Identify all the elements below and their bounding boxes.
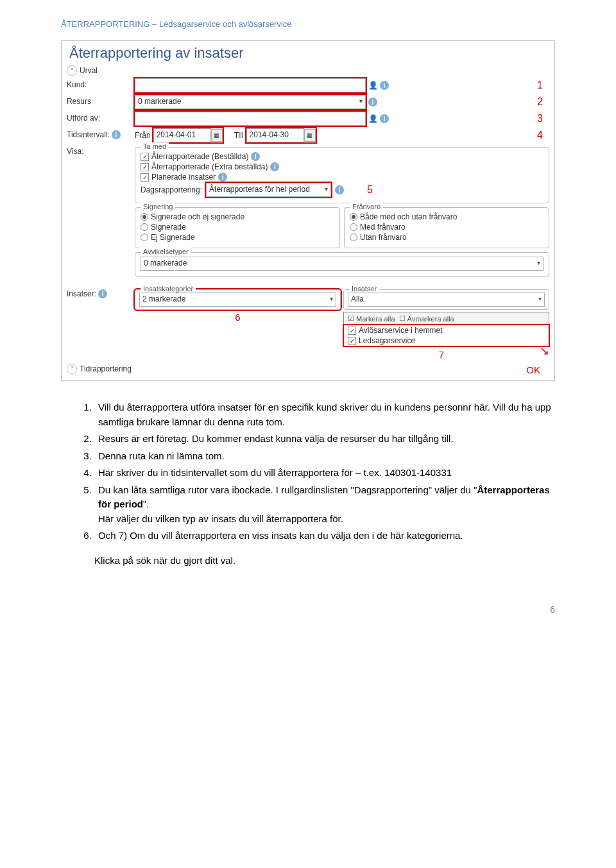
callout-3: 3 bbox=[537, 113, 549, 124]
info-icon[interactable]: i bbox=[112, 130, 121, 139]
sig-r3: Ej Signerade bbox=[151, 233, 195, 242]
radio[interactable] bbox=[141, 223, 148, 231]
avvikelse-fieldset: Avvikelsetyper 0 markerade bbox=[135, 252, 549, 277]
radio[interactable] bbox=[350, 234, 357, 241]
ok-label: OK bbox=[526, 364, 549, 375]
franvaro-fieldset: Frånvaro Både med och utan frånvaro Med … bbox=[344, 207, 549, 248]
arrow-icon: ↘ bbox=[540, 344, 549, 358]
tamed-opt2: Återrapporterade (Extra beställda) bbox=[151, 162, 268, 171]
markera-alla-button[interactable]: ☑Markera alla bbox=[348, 314, 395, 323]
person-icon[interactable]: 👤 bbox=[368, 114, 377, 123]
instruction-3: Denna ruta kan ni lämna tom. bbox=[94, 449, 555, 464]
instruction-list: Vill du återrapportera utföra insatser f… bbox=[61, 400, 555, 543]
insats-item-1[interactable]: Avlösarservice i hemmet bbox=[359, 326, 443, 335]
insatser-label: Insatser: bbox=[67, 289, 96, 298]
calendar-icon[interactable]: ▦ bbox=[304, 129, 316, 142]
radio[interactable] bbox=[141, 213, 148, 221]
callout-5: 5 bbox=[367, 184, 379, 196]
fra-r1: Både med och utan frånvaro bbox=[360, 212, 457, 221]
callout-2: 2 bbox=[537, 96, 549, 108]
kund-label: Kund: bbox=[67, 78, 130, 89]
fra-r2: Med frånvaro bbox=[360, 223, 406, 232]
checkall-icon: ☑ bbox=[348, 314, 354, 323]
radio[interactable] bbox=[350, 223, 357, 231]
signering-fieldset: Signering Signerade och ej signerade Sig… bbox=[135, 207, 340, 248]
calendar-icon[interactable]: ▦ bbox=[211, 129, 223, 142]
app-window: Återrapportering av insatser ˄ Urval Kun… bbox=[61, 40, 555, 381]
info-icon[interactable]: i bbox=[218, 173, 227, 182]
avvikelse-legend: Avvikelsetyper bbox=[141, 248, 191, 255]
instruction-5: Du kan låta samtliga rutor vara ibockade… bbox=[94, 483, 555, 527]
info-icon[interactable]: i bbox=[270, 162, 279, 171]
avmarkera-alla-button[interactable]: ☐Avmarkera alla bbox=[399, 314, 454, 323]
insats-item-2[interactable]: Ledsagarservice bbox=[359, 336, 415, 345]
checkbox[interactable]: ✓ bbox=[141, 173, 149, 182]
tamed-fieldset: Ta med ✓Återrapporterade (Beställda)i ✓Å… bbox=[135, 147, 549, 203]
tamed-legend: Ta med bbox=[141, 142, 169, 150]
dags-dropdown[interactable]: Återrapporteras för hel period bbox=[206, 183, 331, 197]
tamed-opt3: Planerade insatser bbox=[151, 173, 216, 182]
kund-input[interactable] bbox=[135, 78, 366, 92]
tidsintervall-label: Tidsintervall: bbox=[67, 130, 110, 139]
insatser-legend: Insatser bbox=[349, 285, 379, 293]
till-label: Till bbox=[234, 131, 244, 140]
instruction-6: Och 7) Om du vill återrapportera en viss… bbox=[94, 529, 555, 543]
info-icon[interactable]: i bbox=[251, 152, 260, 161]
insatser-fieldset: Insatser Alla bbox=[343, 289, 549, 310]
radio[interactable] bbox=[141, 234, 148, 241]
closing-text: Klicka på sök när du gjort ditt val. bbox=[61, 555, 555, 566]
info-icon[interactable]: i bbox=[335, 185, 344, 194]
resurs-dropdown[interactable]: 0 markerade bbox=[135, 95, 366, 109]
info-icon[interactable]: i bbox=[98, 289, 107, 298]
signering-legend: Signering bbox=[141, 203, 175, 210]
callout-7: 7 bbox=[343, 349, 540, 360]
till-date-input[interactable]: 2014-04-30 bbox=[246, 128, 304, 142]
utford-input[interactable] bbox=[135, 112, 366, 126]
checkbox[interactable]: ✓ bbox=[348, 337, 356, 345]
checkbox[interactable]: ✓ bbox=[141, 153, 149, 161]
person-icon[interactable]: 👤 bbox=[368, 81, 377, 90]
fran-date-input[interactable]: 2014-04-01 bbox=[153, 128, 211, 142]
instruction-2: Resurs är ert företag. Du kommer endast … bbox=[94, 432, 555, 447]
instruction-4: Här skriver du in tidsintervallet som du… bbox=[94, 466, 555, 481]
chevron-down-icon: ˅ bbox=[67, 364, 77, 374]
callout-6: 6 bbox=[135, 312, 341, 323]
sig-r2: Signerade bbox=[151, 223, 186, 232]
info-icon[interactable]: i bbox=[380, 114, 389, 123]
callout-4: 4 bbox=[537, 130, 549, 141]
page-number: 6 bbox=[61, 604, 555, 615]
fra-r3: Utan frånvaro bbox=[360, 233, 407, 242]
tamed-opt1: Återrapporterade (Beställda) bbox=[151, 152, 248, 161]
insatser-popup: ☑Markera alla ☐Avmarkera alla ✓Avlösarse… bbox=[343, 312, 549, 346]
fran-label: Från bbox=[135, 131, 151, 140]
radio[interactable] bbox=[350, 213, 357, 221]
insatser-dropdown[interactable]: Alla bbox=[348, 293, 545, 307]
instruction-1: Vill du återrapportera utföra insatser f… bbox=[94, 400, 555, 429]
checkbox[interactable]: ✓ bbox=[348, 327, 356, 335]
insatskategorier-dropdown[interactable]: 2 markerade bbox=[139, 293, 336, 307]
tidrapportering-section-header[interactable]: ˅ Tidrapportering bbox=[67, 362, 132, 375]
tidrapportering-label: Tidrapportering bbox=[80, 364, 132, 373]
resurs-label: Resurs bbox=[67, 95, 130, 106]
urval-section-header[interactable]: ˄ Urval bbox=[62, 64, 554, 77]
franvaro-legend: Frånvaro bbox=[350, 203, 383, 210]
insatskategorier-fieldset: Insatskategorier 2 markerade bbox=[135, 289, 341, 310]
callout-1: 1 bbox=[537, 80, 549, 91]
insatskategorier-legend: Insatskategorier bbox=[141, 285, 196, 293]
sig-r1: Signerade och ej signerade bbox=[151, 212, 244, 221]
urval-label: Urval bbox=[80, 66, 98, 75]
avvikelse-dropdown[interactable]: 0 markerade bbox=[141, 257, 543, 271]
visa-label: Visa: bbox=[67, 145, 130, 156]
chevron-up-icon: ˄ bbox=[67, 65, 77, 76]
uncheckall-icon: ☐ bbox=[399, 314, 406, 323]
checkbox[interactable]: ✓ bbox=[141, 163, 149, 171]
dags-label: Dagsrapportering: bbox=[141, 185, 202, 194]
utford-label: Utförd av: bbox=[67, 112, 130, 123]
app-title: Återrapportering av insatser bbox=[62, 41, 554, 64]
page-header: ÅTERRAPPORTERING – Ledsagarservice och a… bbox=[61, 19, 555, 29]
info-icon[interactable]: i bbox=[368, 98, 377, 106]
info-icon[interactable]: i bbox=[380, 81, 389, 90]
